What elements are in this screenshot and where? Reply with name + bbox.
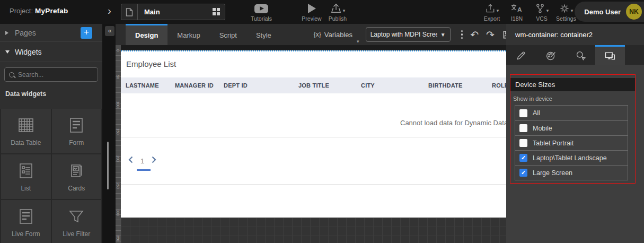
device-option-label: Large Screen — [533, 169, 572, 177]
widget-search[interactable] — [4, 67, 98, 82]
add-page-button[interactable]: + — [81, 27, 92, 39]
datatable-empty-message: Cannot load data for Dynamic Datatable. — [400, 119, 506, 127]
widget-label: Form — [69, 139, 84, 146]
design-workarea: Design Markup Script Style {x} Variables… — [116, 24, 506, 243]
left-sidebar: Pages + Widgets Data widgets Data Table — [0, 24, 102, 243]
list-icon — [17, 162, 35, 180]
next-page-button[interactable] — [152, 156, 156, 166]
tutorials-button[interactable]: Tutorials — [245, 3, 278, 22]
tab-properties[interactable] — [506, 45, 536, 65]
widget-tile-data-table[interactable]: Data Table — [1, 109, 51, 153]
settings-chevron-icon: ▾ — [571, 8, 574, 14]
widget-tile-form[interactable]: Form — [52, 109, 102, 153]
canvas-zone: 0 50 100 150 200 250 300 350 Employee Li… — [116, 45, 506, 243]
page-icon — [121, 4, 138, 20]
widget-label: Data Table — [11, 139, 41, 146]
publish-upload-icon — [330, 3, 342, 14]
ruler-mark: 50 — [116, 75, 120, 79]
column-header[interactable]: DEPT ID — [219, 77, 294, 93]
table-body-divider — [121, 137, 506, 138]
export-icon — [485, 3, 496, 14]
device-option-label: All — [533, 109, 540, 117]
device-option-large-screen[interactable]: Large Screen — [515, 165, 628, 180]
pages-grid-icon[interactable] — [213, 8, 220, 16]
widget-tile-live-filter[interactable]: Live Filter — [52, 200, 102, 243]
more-options-button[interactable] — [461, 30, 463, 39]
ruler-mark: 150 — [116, 128, 120, 135]
column-header[interactable]: CITY — [356, 77, 424, 93]
checkbox[interactable] — [519, 124, 527, 132]
widget-label: List — [21, 185, 31, 192]
vcs-branch-icon — [535, 3, 545, 14]
collapse-sidebar-button[interactable]: « — [105, 26, 114, 36]
sidebar-scrollbar[interactable] — [107, 142, 109, 189]
ruler-mark: 350 — [116, 235, 120, 241]
devices-icon — [604, 50, 616, 61]
widget-tile-cards[interactable]: Cards — [52, 154, 102, 199]
avatar: NK — [626, 4, 642, 20]
device-option-label: Mobile — [533, 125, 552, 132]
tab-style[interactable]: Style — [246, 24, 281, 45]
device-option-tablet-portrait[interactable]: Tablet Portrait — [515, 135, 628, 150]
project-expand-chevron-icon[interactable]: › — [108, 4, 111, 17]
checkbox[interactable] — [519, 139, 527, 147]
datatable-title: Employee List — [126, 59, 176, 68]
preview-play-icon — [308, 4, 316, 13]
properties-panel: wm-container: container2 — [506, 24, 644, 243]
device-option-mobile[interactable]: Mobile — [515, 120, 628, 135]
project-title: Project:MyPrefab — [10, 7, 68, 15]
inspect-cursor-icon — [575, 50, 586, 62]
live-form-icon — [17, 207, 35, 225]
previous-page-button[interactable] — [128, 156, 133, 166]
undo-button[interactable]: ↶ — [470, 29, 479, 41]
tab-script[interactable]: Script — [210, 24, 246, 45]
device-option-laptop-tablet-landscape[interactable]: Laptop\Tablet Landscape — [515, 150, 628, 165]
tab-design[interactable]: Design — [126, 24, 167, 45]
settings-gear-icon — [559, 3, 570, 14]
checkbox[interactable] — [519, 154, 527, 162]
device-checkbox-list: All Mobile Tablet Portrait Laptop\Tablet… — [515, 105, 628, 180]
widget-label: Live Form — [12, 230, 40, 238]
widget-tile-list[interactable]: List — [1, 154, 51, 199]
column-header[interactable]: JOB TITLE — [294, 77, 356, 93]
checkbox[interactable] — [519, 169, 527, 177]
widget-tile-live-form[interactable]: Live Form — [1, 200, 51, 243]
column-header[interactable]: LASTNAME — [121, 77, 170, 93]
tab-markup[interactable]: Markup — [167, 24, 209, 45]
publish-button[interactable]: ▾ Publish — [321, 3, 354, 22]
project-name: MyPrefab — [35, 7, 68, 15]
device-preview-select[interactable]: Laptop with MDPI Screen ▼ — [366, 27, 451, 42]
data-table-icon — [17, 116, 35, 134]
form-icon — [67, 116, 85, 134]
redo-button[interactable]: ↷ — [486, 29, 495, 41]
widgets-expanded-arrow-icon — [5, 50, 10, 54]
show-in-device-label: Show in device — [513, 96, 552, 102]
sidebar-section-pages[interactable]: Pages + — [0, 24, 102, 42]
variables-button[interactable]: {x} Variables ▾ — [314, 24, 359, 45]
tab-events[interactable] — [566, 45, 595, 65]
device-option-label: Tablet Portrait — [533, 140, 574, 147]
tab-device-sizes[interactable] — [595, 45, 625, 65]
selected-container-canvas[interactable]: Employee List LASTNAME MANAGER ID DEPT I… — [121, 50, 506, 218]
sidebar-gap: « — [102, 24, 116, 243]
column-header[interactable]: BIRTHDATE — [424, 77, 487, 93]
active-page-underline — [137, 169, 151, 171]
pages-label: Pages — [15, 29, 36, 37]
pencil-icon — [516, 50, 526, 61]
device-sizes-section-header: Device Sizes — [510, 78, 635, 91]
pagination: 1 — [128, 156, 156, 166]
vertical-ruler: 0 50 100 150 200 250 300 350 — [116, 45, 121, 243]
search-input[interactable] — [18, 71, 93, 79]
sidebar-section-widgets[interactable]: Widgets — [0, 42, 102, 62]
ruler-mark: 100 — [116, 101, 120, 108]
checkbox[interactable] — [519, 109, 527, 117]
column-header[interactable]: MANAGER ID — [170, 77, 219, 93]
user-menu[interactable]: Demo User NK — [575, 2, 644, 22]
page-tab-main[interactable]: Main — [121, 4, 225, 20]
tab-styles[interactable] — [536, 45, 566, 65]
footer-divider — [121, 184, 506, 185]
device-option-all[interactable]: All — [515, 106, 628, 120]
column-header[interactable]: ROLE — [487, 77, 506, 93]
ruler-mark: 200 — [116, 155, 120, 162]
device-option-label: Laptop\Tablet Landscape — [533, 154, 607, 162]
